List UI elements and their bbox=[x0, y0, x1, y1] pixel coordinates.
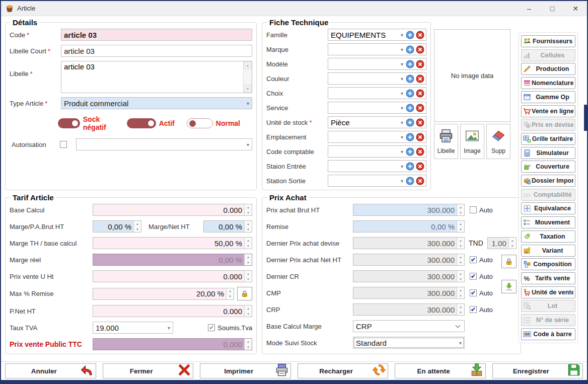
remove-icon[interactable] bbox=[416, 59, 425, 68]
combo-modele[interactable]: ▾ bbox=[328, 58, 426, 70]
sidebar-item-gamme-op[interactable]: Gamme Op bbox=[521, 91, 575, 103]
libelle-textarea[interactable]: article 03 ▲ ▼ bbox=[61, 61, 252, 93]
combo-code-comptable[interactable]: ▾ bbox=[328, 145, 426, 158]
fermer-button[interactable]: Fermer bbox=[103, 363, 194, 378]
chevron-down-icon[interactable]: ▾ bbox=[244, 101, 252, 106]
auto-checkbox[interactable]: ✔Auto bbox=[470, 306, 493, 314]
type-article-combo[interactable]: Produit commercial ▾ bbox=[61, 97, 252, 109]
add-icon[interactable] bbox=[406, 147, 415, 156]
chevron-down-icon[interactable]: ▾ bbox=[398, 178, 406, 184]
p-net-ht-field[interactable]: 0.000▲▼ bbox=[93, 305, 252, 317]
image-button[interactable]: Image bbox=[460, 124, 484, 159]
spinner[interactable]: ▲▼ bbox=[457, 271, 464, 282]
remove-icon[interactable] bbox=[416, 45, 425, 54]
spinner[interactable]: ▲▼ bbox=[244, 238, 252, 249]
sidebar-item-grille-tarifaire[interactable]: Grille tarifaire bbox=[521, 133, 575, 145]
add-icon[interactable] bbox=[406, 59, 415, 68]
sidebar-item-mouvement[interactable]: Mouvement bbox=[521, 216, 575, 228]
remove-icon[interactable] bbox=[416, 132, 425, 141]
imprimer-button[interactable]: Imprimer bbox=[200, 363, 291, 378]
add-icon[interactable] bbox=[406, 74, 415, 83]
spinner[interactable]: ▲▼ bbox=[457, 204, 464, 215]
chevron-down-icon[interactable]: ▾ bbox=[398, 134, 406, 140]
annuler-button[interactable]: Annuler bbox=[5, 363, 96, 378]
code-field[interactable]: article 03 bbox=[61, 29, 252, 41]
auto-checkbox[interactable]: Auto bbox=[470, 206, 493, 214]
combo-emplacement[interactable]: ▾ bbox=[328, 131, 426, 143]
chevron-down-icon[interactable]: ▾ bbox=[398, 61, 406, 67]
sidebar-item-variant[interactable]: Variant bbox=[521, 245, 575, 257]
sidebar-item-vente-en-ligne[interactable]: Vente en ligne bbox=[521, 105, 575, 117]
max-remise-field[interactable]: 20,00 %▲▼ bbox=[93, 288, 234, 300]
chevron-down-icon[interactable]: ▾ bbox=[165, 325, 173, 331]
spinner[interactable]: ▲▼ bbox=[457, 254, 464, 265]
en-attente-button[interactable]: En attente bbox=[395, 363, 486, 378]
add-icon[interactable] bbox=[406, 103, 415, 112]
combo-service[interactable]: ▾ bbox=[328, 102, 426, 114]
chevron-down-icon[interactable]: ▾ bbox=[457, 340, 464, 346]
libelle-button[interactable]: Libelle bbox=[434, 124, 458, 159]
sidebar-item-taxation[interactable]: $Taxation bbox=[521, 231, 575, 243]
chevron-down-icon[interactable]: ▾ bbox=[398, 47, 406, 52]
autorisation-checkbox[interactable] bbox=[60, 141, 67, 148]
spinner[interactable]: ▲▼ bbox=[457, 238, 464, 249]
remove-icon[interactable] bbox=[416, 162, 425, 171]
chevron-down-icon[interactable]: ▾ bbox=[398, 149, 406, 155]
spinner[interactable]: ▲▼ bbox=[133, 221, 141, 232]
base-calcul-marge-select[interactable]: CRP bbox=[353, 320, 465, 332]
marge-p-a-brut-ht-field[interactable]: 0,00 %▲▼ bbox=[93, 220, 141, 233]
remove-icon[interactable] bbox=[416, 74, 425, 83]
remove-icon[interactable] bbox=[416, 30, 425, 39]
lock-button[interactable] bbox=[237, 287, 252, 300]
prix-achat-brut-ht-field[interactable]: 300.000▲▼ bbox=[353, 204, 465, 216]
spinner[interactable]: ▲▼ bbox=[457, 287, 464, 298]
mode-suivi-stock-combo[interactable]: Standard▾ bbox=[353, 337, 465, 349]
prix-vente-u-ht-field[interactable]: 0.000▲▼ bbox=[93, 270, 252, 282]
sidebar-item-dossier-import[interactable]: Dossier Import bbox=[521, 175, 575, 187]
sidebar-item-production[interactable]: Production bbox=[521, 63, 575, 75]
toggle-normal[interactable] bbox=[187, 118, 213, 128]
close-button[interactable]: ✕ bbox=[564, 1, 587, 16]
chevron-down-icon[interactable]: ▾ bbox=[398, 105, 406, 111]
sidebar-item-tarifs-vente[interactable]: %Tarifs vente bbox=[521, 272, 575, 284]
sidebar-item-simulateur[interactable]: Simulateur bbox=[521, 147, 575, 159]
sidebar-item-couverture[interactable]: Couverture bbox=[521, 161, 575, 173]
maximize-button[interactable]: □ bbox=[541, 1, 564, 16]
sidebar-item-unite-de-vente[interactable]: Unité de vente bbox=[521, 286, 575, 298]
libelle-court-field[interactable]: article 03 bbox=[61, 45, 252, 57]
base-calcul-field[interactable]: 0.000▲▼ bbox=[93, 204, 252, 216]
add-icon[interactable] bbox=[406, 176, 415, 185]
remove-icon[interactable] bbox=[416, 176, 425, 185]
spinner[interactable]: ▲▼ bbox=[457, 221, 464, 232]
sidebar-item-equivalance[interactable]: Equivalance bbox=[521, 202, 575, 214]
remove-icon[interactable] bbox=[416, 103, 425, 112]
soumis-tva-checkbox[interactable]: ✔Soumis.Tva bbox=[208, 324, 252, 332]
enregistrer-button[interactable]: Enregistrer bbox=[492, 363, 583, 378]
spinner[interactable]: ▲▼ bbox=[244, 339, 252, 350]
remise-field[interactable]: 0,00 %▲▼ bbox=[353, 220, 465, 233]
recharger-button[interactable]: Recharger bbox=[298, 363, 389, 378]
auto-checkbox[interactable]: ✔Auto bbox=[470, 256, 493, 264]
add-icon[interactable] bbox=[406, 30, 415, 39]
remove-icon[interactable] bbox=[416, 118, 425, 127]
combo-choix[interactable]: ▾ bbox=[328, 87, 426, 99]
scroll-up-icon[interactable]: ▲ bbox=[244, 61, 252, 69]
spinner[interactable]: ▲▼ bbox=[226, 288, 234, 299]
scroll-down-icon[interactable]: ▼ bbox=[244, 85, 252, 93]
chevron-down-icon[interactable]: ▾ bbox=[398, 164, 406, 169]
auto-checkbox[interactable]: ✔Auto bbox=[470, 273, 493, 280]
combo-couleur[interactable]: ▾ bbox=[328, 72, 426, 85]
add-icon[interactable] bbox=[406, 132, 415, 141]
sidebar-item-nomenclature[interactable]: Nomenclature bbox=[521, 77, 575, 89]
taux-tva-combo[interactable]: 19.000▾ bbox=[93, 322, 173, 334]
scrollbar[interactable]: ▲ ▼ bbox=[243, 61, 252, 93]
sidebar-item-code-a-barre[interactable]: Code à barre bbox=[521, 328, 575, 340]
download-button[interactable] bbox=[501, 280, 517, 293]
combo-marque[interactable]: ▾ bbox=[328, 43, 426, 55]
toggle-actif[interactable] bbox=[127, 118, 156, 128]
remove-icon[interactable] bbox=[416, 89, 425, 98]
spinner[interactable]: ▲▼ bbox=[244, 204, 252, 215]
spinner[interactable]: ▲▼ bbox=[508, 238, 516, 249]
combo-staion-entree[interactable]: ▾ bbox=[328, 160, 426, 172]
chevron-down-icon[interactable]: ▾ bbox=[398, 32, 406, 38]
